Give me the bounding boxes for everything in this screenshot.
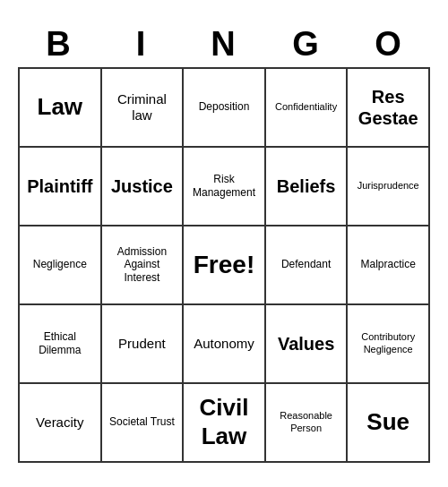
bingo-cell: Veracity: [20, 384, 102, 463]
cell-text: Justice: [111, 175, 173, 197]
bingo-cell: Jurisprudence: [348, 148, 430, 226]
cell-text: Criminal law: [106, 91, 179, 124]
bingo-cell: Ethical Dilemma: [20, 305, 102, 384]
title-letter: O: [348, 25, 430, 64]
bingo-cell: Criminal law: [102, 69, 185, 148]
bingo-cell: Societal Trust: [102, 384, 185, 463]
title-letter: N: [183, 25, 265, 64]
bingo-card: BINGO LawCriminal lawDepositionConfident…: [9, 16, 439, 472]
bingo-cell: Beliefs: [266, 148, 349, 226]
cell-text: Sue: [366, 408, 409, 436]
cell-text: Veracity: [36, 414, 83, 431]
cell-text: Free!: [194, 250, 254, 280]
cell-text: Reasonable Person: [270, 410, 343, 433]
cell-text: Civil Law: [187, 394, 261, 449]
cell-text: Deposition: [199, 100, 250, 113]
bingo-cell: Civil Law: [184, 384, 266, 463]
cell-text: Malpractice: [361, 258, 416, 270]
cell-text: Contributory Negligence: [351, 331, 425, 355]
bingo-cell: Defendant: [266, 226, 349, 305]
bingo-cell: Deposition: [184, 69, 266, 148]
bingo-cell: Negligence: [20, 226, 102, 305]
cell-text: Societal Trust: [109, 415, 175, 428]
bingo-cell: Contributory Negligence: [348, 305, 430, 384]
bingo-cell: Malpractice: [348, 226, 430, 305]
bingo-grid: LawCriminal lawDepositionConfidentiality…: [18, 67, 430, 463]
cell-text: Law: [38, 93, 83, 121]
bingo-cell: Law: [20, 69, 102, 148]
bingo-cell: Reasonable Person: [266, 384, 349, 463]
cell-text: Autonomy: [194, 336, 254, 352]
cell-text: Beliefs: [277, 175, 336, 197]
cell-text: Res Gestae: [351, 86, 425, 129]
title-letter: I: [100, 25, 183, 64]
cell-text: Ethical Dilemma: [23, 330, 97, 356]
bingo-cell: Risk Management: [184, 148, 266, 226]
bingo-cell: Admission Against Interest: [102, 226, 185, 305]
title-letter: B: [18, 25, 100, 64]
cell-text: Admission Against Interest: [106, 245, 179, 284]
title-letter: G: [265, 25, 348, 64]
cell-text: Plaintiff: [27, 175, 92, 197]
cell-text: Jurisprudence: [358, 180, 419, 192]
bingo-cell: Free!: [184, 226, 266, 305]
bingo-cell: Prudent: [102, 305, 185, 384]
bingo-cell: Sue: [348, 384, 430, 463]
bingo-cell: Confidentiality: [266, 69, 349, 148]
cell-text: Defendant: [281, 258, 331, 270]
cell-text: Values: [278, 333, 334, 355]
cell-text: Risk Management: [187, 173, 261, 199]
bingo-cell: Values: [266, 305, 349, 384]
cell-text: Negligence: [33, 258, 87, 270]
cell-text: Confidentiality: [275, 101, 337, 113]
bingo-cell: Justice: [102, 148, 185, 226]
bingo-cell: Res Gestae: [348, 69, 430, 148]
cell-text: Prudent: [118, 336, 166, 352]
bingo-title: BINGO: [18, 25, 430, 64]
bingo-cell: Plaintiff: [20, 148, 102, 226]
bingo-cell: Autonomy: [184, 305, 266, 384]
